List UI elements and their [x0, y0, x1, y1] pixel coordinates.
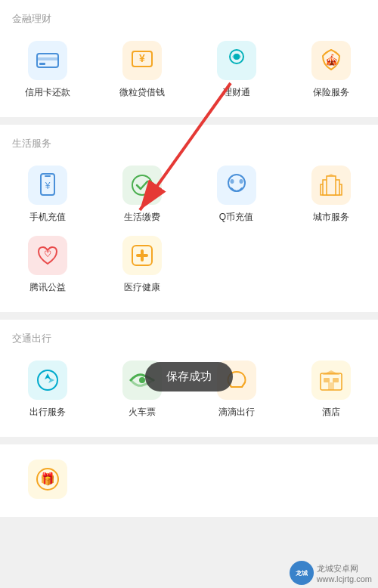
- qcoin-item[interactable]: Q币充值: [189, 159, 284, 230]
- toast: 保存成功: [145, 362, 233, 391]
- wealth-label: 理财通: [223, 86, 250, 99]
- watermark: 龙城 龙城安卓网 www.lcjrtg.com: [290, 561, 372, 585]
- svg-text:♡: ♡: [44, 249, 51, 258]
- hotel-item[interactable]: 酒店: [284, 354, 378, 425]
- train-label: 火车票: [129, 406, 156, 419]
- city-icon: [311, 166, 351, 205]
- life-title: 生活服务: [0, 134, 378, 159]
- svg-point-6: [234, 54, 240, 60]
- phone-charge-item[interactable]: ¥ 手机充值: [0, 159, 94, 230]
- more-item[interactable]: 🎁: [0, 453, 94, 511]
- insurance-label: 保险服务: [313, 86, 349, 99]
- credit-card-item[interactable]: 信用卡还款: [0, 35, 94, 105]
- life-grid: ¥ 手机充值 生活缴费: [0, 159, 378, 300]
- finance-section: 金融理财 信用卡还款 ¥ 微粒贷借钱: [0, 0, 378, 117]
- health-label: 医疗健康: [124, 281, 160, 294]
- svg-text:🎪: 🎪: [324, 54, 338, 67]
- svg-text:¥: ¥: [139, 52, 145, 64]
- svg-point-24: [139, 377, 145, 383]
- transport-title: 交通出行: [0, 329, 378, 354]
- life-empty-1: [189, 230, 284, 300]
- watermark-logo: 龙城: [290, 561, 314, 585]
- watermark-url: www.lcjrtg.com: [317, 574, 372, 583]
- toast-message: 保存成功: [166, 370, 212, 382]
- svg-point-23: [38, 370, 57, 390]
- hotel-icon: [311, 361, 351, 400]
- travel-label: 出行服务: [29, 406, 66, 419]
- svg-rect-9: [45, 175, 51, 177]
- svg-rect-18: [327, 176, 336, 195]
- health-item[interactable]: 医疗健康: [94, 230, 189, 300]
- svg-text:¥: ¥: [44, 181, 50, 191]
- travel-icon: [28, 361, 67, 400]
- svg-rect-2: [39, 63, 45, 65]
- svg-rect-27: [333, 378, 339, 382]
- travel-item[interactable]: 出行服务: [0, 354, 94, 425]
- insurance-item[interactable]: 🎪 保险服务: [284, 35, 378, 105]
- svg-point-11: [132, 175, 152, 195]
- finance-grid: 信用卡还款 ¥ 微粒贷借钱 理财通: [0, 35, 378, 105]
- phone-charge-icon: ¥: [28, 166, 67, 205]
- more-icon: 🎁: [28, 460, 67, 499]
- living-fee-label: 生活缴费: [124, 211, 160, 224]
- didi-label: 滴滴出行: [218, 406, 255, 419]
- svg-rect-22: [136, 254, 148, 257]
- finance-title: 金融理财: [0, 9, 378, 35]
- charity-item[interactable]: ♡ 腾讯公益: [0, 230, 94, 300]
- insurance-icon-wrap: 🎪: [311, 41, 351, 80]
- more-section: 🎁: [0, 444, 378, 517]
- credit-card-icon-wrap: [28, 41, 67, 80]
- life-section: 生活服务 ¥ 手机充值 生活缴费: [0, 125, 378, 312]
- health-icon: [122, 236, 162, 275]
- svg-point-14: [239, 179, 243, 184]
- city-label: 城市服务: [313, 211, 349, 224]
- city-item[interactable]: 城市服务: [284, 159, 378, 230]
- svg-point-13: [230, 179, 234, 184]
- phone-charge-label: 手机充值: [29, 211, 66, 224]
- living-fee-icon: [122, 166, 162, 205]
- wealth-icon-wrap: [217, 41, 256, 80]
- qcoin-label: Q币充值: [219, 211, 253, 224]
- loan-icon-wrap: ¥: [122, 41, 162, 80]
- living-fee-item[interactable]: 生活缴费: [94, 159, 189, 230]
- svg-text:🎁: 🎁: [40, 472, 55, 486]
- svg-rect-26: [324, 378, 330, 382]
- svg-rect-28: [328, 382, 334, 390]
- svg-rect-1: [37, 57, 58, 60]
- hotel-label: 酒店: [322, 406, 340, 419]
- watermark-site: 龙城安卓网: [317, 563, 372, 574]
- wealth-item[interactable]: 理财通: [189, 35, 284, 105]
- credit-card-label: 信用卡还款: [25, 86, 70, 99]
- more-grid: 🎁: [0, 453, 378, 511]
- charity-icon: ♡: [28, 236, 67, 275]
- life-empty-2: [284, 230, 378, 300]
- loan-item[interactable]: ¥ 微粒贷借钱: [94, 35, 189, 105]
- charity-label: 腾讯公益: [29, 281, 66, 294]
- loan-label: 微粒贷借钱: [119, 86, 165, 99]
- qcoin-icon: [217, 166, 256, 205]
